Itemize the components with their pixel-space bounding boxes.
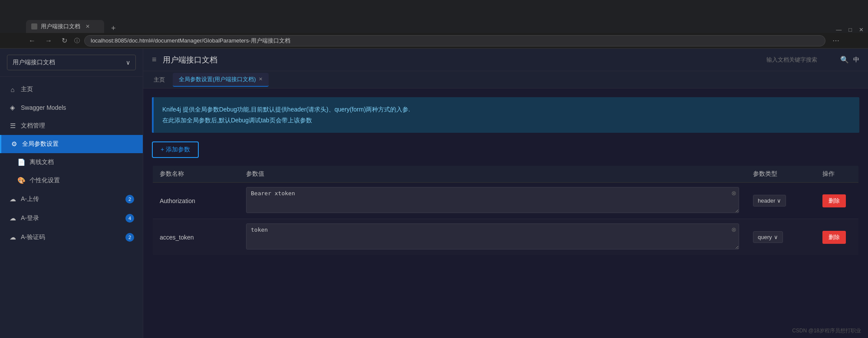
sidebar-item-offline-label: 离线文档	[30, 158, 54, 166]
refresh-button[interactable]: ↻	[59, 36, 70, 45]
window-close[interactable]: ✕	[859, 26, 864, 33]
sidebar-item-login[interactable]: ☁ A-登录 4	[0, 209, 143, 228]
upload-icon: ☁	[9, 195, 16, 203]
global-params-icon: ⚙	[10, 140, 18, 148]
sidebar-item-login-label: A-登录	[21, 214, 39, 222]
sidebar-item-settings[interactable]: 🎨 个性化设置	[0, 171, 143, 190]
sidebar: 用户端接口文档 ∨ ⌂ 主页 ◈ Swagger Models ☰ 文档管理 ⚙	[0, 49, 143, 338]
tab-favicon	[31, 23, 37, 30]
param-value-wrapper-1: ⊗	[246, 187, 739, 214]
add-param-button[interactable]: + 添加参数	[152, 141, 199, 158]
content-tabs: 主页 全局参数设置(用户端接口文档) ✕	[143, 71, 868, 89]
param-value-input-1[interactable]	[246, 187, 739, 213]
new-tab-button[interactable]: +	[108, 24, 119, 33]
search-input[interactable]	[766, 56, 836, 63]
param-name-2: acces_token	[160, 234, 194, 241]
sidebar-item-global-params-label: 全局参数设置	[22, 140, 59, 148]
settings-icon: 🎨	[17, 177, 25, 184]
sidebar-item-upload[interactable]: ☁ A-上传 2	[0, 190, 143, 209]
param-type-select-1[interactable]: header ∨	[753, 195, 786, 207]
app-header: ≡ 用户端接口文档 🔍 中	[143, 49, 868, 71]
sidebar-item-docs[interactable]: ☰ 文档管理	[0, 117, 143, 135]
window-minimize[interactable]: —	[836, 26, 842, 33]
url-bar[interactable]	[84, 35, 825, 46]
delete-button-2[interactable]: 删除	[822, 231, 846, 244]
menu-toggle-icon[interactable]: ≡	[152, 55, 157, 64]
footer-watermark: CSDN @18岁程序员想打职业	[792, 327, 861, 335]
forward-button[interactable]: →	[43, 37, 55, 45]
textarea-clear-1[interactable]: ⊗	[731, 190, 736, 197]
app-layout: 用户端接口文档 ∨ ⌂ 主页 ◈ Swagger Models ☰ 文档管理 ⚙	[0, 49, 868, 338]
type-select-arrow-2: ∨	[774, 234, 778, 240]
project-selector[interactable]: 用户端接口文档 ∨	[7, 55, 136, 70]
sidebar-item-swagger[interactable]: ◈ Swagger Models	[0, 98, 143, 117]
param-value-input-2[interactable]	[246, 223, 739, 249]
language-button[interactable]: 中	[853, 56, 859, 64]
sidebar-header: 用户端接口文档 ∨	[0, 49, 143, 77]
tab-bar: 用户端接口文档 ✕ + — □ ✕	[0, 17, 868, 33]
project-selector-arrow: ∨	[126, 59, 130, 66]
sidebar-item-global-params[interactable]: ⚙ 全局参数设置	[0, 135, 143, 153]
back-button[interactable]: ←	[26, 37, 38, 45]
sidebar-item-swagger-label: Swagger Models	[21, 104, 66, 111]
info-box: Knife4j 提供全局参数Debug功能,目前默认提供header(请求头)、…	[152, 97, 859, 133]
browser-tab[interactable]: 用户端接口文档 ✕	[26, 20, 104, 33]
offline-icon: 📄	[17, 158, 25, 166]
info-icon: ⓘ	[74, 37, 80, 45]
login-icon: ☁	[9, 214, 16, 222]
param-name-1: Authorization	[160, 197, 195, 204]
home-icon: ⌂	[9, 86, 16, 93]
project-selector-label: 用户端接口文档	[13, 59, 55, 66]
browser-tab-close[interactable]: ✕	[85, 23, 90, 30]
swagger-icon: ◈	[9, 104, 16, 112]
tab-close-icon[interactable]: ✕	[259, 76, 263, 82]
type-select-arrow-1: ∨	[777, 197, 781, 204]
login-badge: 4	[125, 214, 134, 223]
col-header-action: 操作	[815, 165, 859, 183]
sidebar-item-home[interactable]: ⌂ 主页	[0, 80, 143, 98]
app-title: 用户端接口文档	[163, 55, 217, 65]
sidebar-item-home-label: 主页	[21, 85, 33, 93]
sidebar-item-docs-label: 文档管理	[21, 122, 45, 130]
upload-badge: 2	[125, 195, 134, 203]
browser-actions: ⋯	[830, 36, 842, 46]
delete-button-1[interactable]: 删除	[822, 194, 846, 207]
table-row: Authorization ⊗ header ∨	[152, 183, 859, 219]
sidebar-nav: ⌂ 主页 ◈ Swagger Models ☰ 文档管理 ⚙ 全局参数设置 📄 …	[0, 77, 143, 338]
info-line2: 在此添加全局参数后,默认Debug调试tab页会带上该参数	[162, 115, 851, 126]
table-row: acces_token ⊗ query ∨	[152, 219, 859, 256]
sidebar-item-settings-label: 个性化设置	[30, 177, 60, 184]
browser-settings[interactable]: ⋯	[830, 36, 842, 46]
docs-icon: ☰	[9, 122, 16, 130]
address-bar: ← → ↻ ⓘ ⋯	[0, 33, 868, 49]
param-type-select-2[interactable]: query ∨	[753, 231, 783, 243]
tab-home[interactable]: 主页	[148, 73, 171, 86]
window-maximize[interactable]: □	[848, 26, 852, 33]
sidebar-item-offline[interactable]: 📄 离线文档	[0, 153, 143, 171]
col-header-name: 参数名称	[152, 165, 239, 183]
search-icon[interactable]: 🔍	[840, 56, 849, 64]
param-value-wrapper-2: ⊗	[246, 223, 739, 251]
sidebar-item-upload-label: A-上传	[21, 195, 39, 203]
tab-global-params[interactable]: 全局参数设置(用户端接口文档) ✕	[173, 73, 269, 87]
main-content: ≡ 用户端接口文档 🔍 中 主页 全局参数设置(用户端接口文档) ✕ Knife…	[143, 49, 868, 338]
browser-tab-title: 用户端接口文档	[41, 23, 80, 30]
sidebar-item-verify-label: A-验证码	[21, 233, 45, 241]
browser-chrome	[0, 0, 868, 17]
col-header-type: 参数类型	[746, 165, 815, 183]
verify-badge: 2	[125, 233, 134, 242]
col-header-value: 参数值	[239, 165, 746, 183]
info-line1: Knife4j 提供全局参数Debug功能,目前默认提供header(请求头)、…	[162, 104, 851, 115]
content-area: Knife4j 提供全局参数Debug功能,目前默认提供header(请求头)、…	[143, 89, 868, 338]
textarea-clear-2[interactable]: ⊗	[731, 226, 736, 233]
header-search: 🔍 中	[766, 56, 859, 64]
sidebar-item-verify[interactable]: ☁ A-验证码 2	[0, 228, 143, 247]
params-table: 参数名称 参数值 参数类型 操作 Authorization	[152, 165, 859, 256]
verify-icon: ☁	[9, 233, 16, 241]
